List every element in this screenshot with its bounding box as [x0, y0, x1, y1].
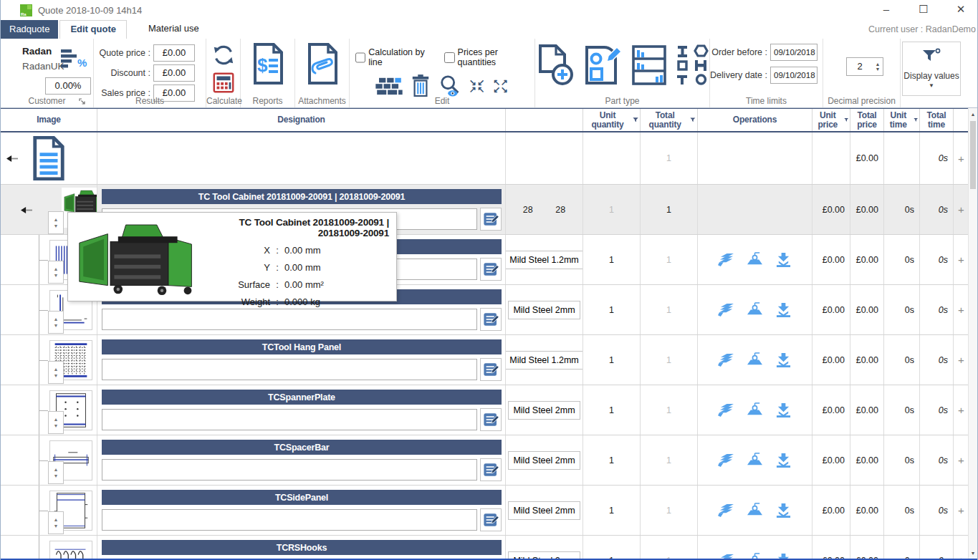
punch-operation-icon[interactable]	[717, 402, 735, 417]
edit-note-button[interactable]	[480, 508, 502, 531]
column-header-total-quantity[interactable]: Total quantity	[641, 109, 698, 131]
attachments-icon[interactable]	[306, 43, 339, 85]
table-row-part-8[interactable]: ▲▼TCRSHooksMild Steel 2mm11£0.00£0.000s0…	[1, 536, 969, 559]
insert-operation-icon[interactable]	[775, 453, 792, 468]
add-operation-cell[interactable]: +	[954, 335, 969, 385]
add-operation-cell[interactable]: +	[954, 185, 969, 234]
collapse-all-icon[interactable]: ↘↙ ↗↖	[469, 79, 485, 93]
bend-operation-icon[interactable]	[746, 453, 764, 468]
customer-discount-field[interactable]: 0.00%	[45, 77, 91, 95]
quantity-stepper[interactable]: ▲▼	[48, 461, 64, 484]
quantity-stepper[interactable]: ▲▼	[48, 261, 64, 284]
insert-operation-icon[interactable]	[775, 252, 792, 267]
maximize-button[interactable]: ☐	[917, 3, 930, 16]
bend-operation-icon[interactable]	[746, 252, 764, 267]
insert-operation-icon[interactable]	[775, 402, 792, 417]
designation-note-input[interactable]	[102, 409, 477, 430]
unit-quantity-cell[interactable]: 1	[583, 536, 641, 559]
add-operation-cell[interactable]: +	[954, 235, 969, 284]
designation-title-bar[interactable]: TC Tool Cabinet 20181009-20091 | 2018100…	[102, 189, 502, 204]
display-values-button[interactable]: Display values ▼	[902, 42, 961, 96]
quantity-stepper[interactable]: ▲▼	[48, 511, 64, 534]
designation-title-bar[interactable]: TCSpannerPlate	[102, 390, 502, 405]
quantity-stepper[interactable]: ▲▼	[48, 211, 64, 234]
punch-operation-icon[interactable]	[717, 252, 735, 267]
bend-operation-icon[interactable]	[746, 553, 764, 559]
trash-icon[interactable]	[411, 74, 431, 97]
order-before-date-field[interactable]: 09/10/2018	[770, 44, 818, 61]
tab-edit-quote[interactable]: Edit quote	[59, 20, 127, 39]
customer-dialog-launcher-icon[interactable]	[79, 98, 86, 105]
edit-note-button[interactable]	[480, 208, 502, 231]
add-operation-cell[interactable]: +	[954, 536, 969, 559]
punch-operation-icon[interactable]	[717, 453, 735, 468]
unit-quantity-cell[interactable]: 1	[583, 285, 641, 334]
discount-field[interactable]: £0.00	[153, 64, 195, 82]
calculator-icon[interactable]	[211, 70, 236, 95]
punch-operation-icon[interactable]	[717, 503, 735, 518]
column-header-unit-quantity[interactable]: Unit quantity	[583, 109, 641, 131]
material-button[interactable]: Mild Steel 2mm	[508, 501, 580, 520]
bend-operation-icon[interactable]	[746, 503, 764, 518]
vertical-scrollbar[interactable]: ▲ ▼	[968, 108, 977, 559]
unit-quantity-cell[interactable]: 1	[583, 235, 641, 284]
material-button[interactable]: Mild Steel 1.2mm	[506, 251, 583, 269]
material-button[interactable]: Mild Steel 1.2mm	[506, 351, 583, 370]
edit-note-button[interactable]	[480, 258, 502, 281]
edit-part-icon[interactable]	[583, 44, 623, 86]
plus-icon[interactable]: +	[958, 153, 964, 165]
expand-all-icon[interactable]: ↖↗ ↙↘	[493, 79, 509, 93]
edit-note-button[interactable]	[480, 408, 502, 431]
punch-operation-icon[interactable]	[717, 302, 735, 317]
plus-icon[interactable]: +	[958, 404, 964, 416]
table-row-part-5[interactable]: ▲▼TCSpannerPlateMild Steel 2mm11£0.00£0.…	[1, 385, 969, 435]
edit-note-button[interactable]	[480, 458, 502, 481]
unit-quantity-cell[interactable]: 1	[583, 385, 641, 435]
designation-title-bar[interactable]: TCSpacerBar	[102, 440, 502, 455]
punch-operation-icon[interactable]	[717, 553, 735, 559]
designation-note-input[interactable]	[102, 459, 477, 481]
table-row-part-4[interactable]: ▲▼TCTool Hang PanelMild Steel 1.2mm11£0.…	[1, 335, 969, 385]
quantity-stepper[interactable]: ▲▼	[48, 311, 64, 334]
plus-icon[interactable]: +	[958, 504, 964, 516]
unit-quantity-cell[interactable]: 1	[583, 435, 641, 485]
add-part-icon[interactable]	[537, 44, 574, 86]
add-operation-cell[interactable]: +	[954, 486, 969, 535]
plus-icon[interactable]: +	[958, 454, 964, 466]
calculation-by-line-checkbox-input[interactable]	[355, 52, 365, 63]
designation-note-input[interactable]	[102, 509, 477, 531]
edit-note-button[interactable]	[480, 358, 502, 381]
unit-quantity-cell[interactable]: 1	[583, 335, 641, 385]
scroll-up-icon[interactable]: ▲	[969, 108, 977, 120]
plus-icon[interactable]: +	[958, 254, 964, 266]
column-header-unit-time[interactable]: Unit time	[884, 109, 920, 131]
column-header-total-price[interactable]: Total price	[850, 109, 884, 131]
tab-material-use[interactable]: Material use	[138, 20, 209, 39]
material-button[interactable]: Mild Steel 2mm	[508, 451, 580, 470]
prices-per-quantities-checkbox-input[interactable]	[444, 52, 454, 63]
scroll-down-icon[interactable]: ▼	[969, 547, 977, 559]
column-header-image[interactable]: Image	[1, 109, 97, 131]
material-button[interactable]: Mild Steel 2mm	[508, 551, 580, 559]
unit-quantity-cell[interactable]: 1	[583, 486, 641, 535]
calculation-by-line-checkbox[interactable]: Calculation by line	[355, 47, 437, 67]
decimal-precision-stepper[interactable]: 2 ▲▼	[846, 57, 883, 76]
insert-operation-icon[interactable]	[775, 503, 792, 518]
collapse-arrow-icon[interactable]	[21, 207, 32, 213]
plus-icon[interactable]: +	[958, 304, 964, 316]
reports-icon[interactable]	[251, 43, 284, 85]
tab-radquote[interactable]: Radquote	[1, 20, 58, 39]
unit-quantity-cell[interactable]	[583, 132, 641, 184]
add-operation-cell[interactable]: +	[954, 385, 969, 435]
designation-title-bar[interactable]: TCRSHooks	[102, 540, 502, 555]
bend-operation-icon[interactable]	[746, 402, 764, 417]
preview-magnifier-icon[interactable]	[438, 74, 461, 97]
bricks-icon[interactable]	[375, 76, 403, 96]
filter-funnel-icon[interactable]	[844, 117, 849, 123]
filter-funnel-icon[interactable]	[690, 117, 696, 123]
add-operation-cell[interactable]: +	[954, 435, 969, 485]
designation-title-bar[interactable]: TCSidePanel	[102, 490, 502, 505]
table-row-part-7[interactable]: ▲▼TCSidePanelMild Steel 2mm11£0.00£0.000…	[1, 486, 969, 536]
insert-operation-icon[interactable]	[775, 302, 792, 317]
bend-operation-icon[interactable]	[746, 302, 764, 317]
